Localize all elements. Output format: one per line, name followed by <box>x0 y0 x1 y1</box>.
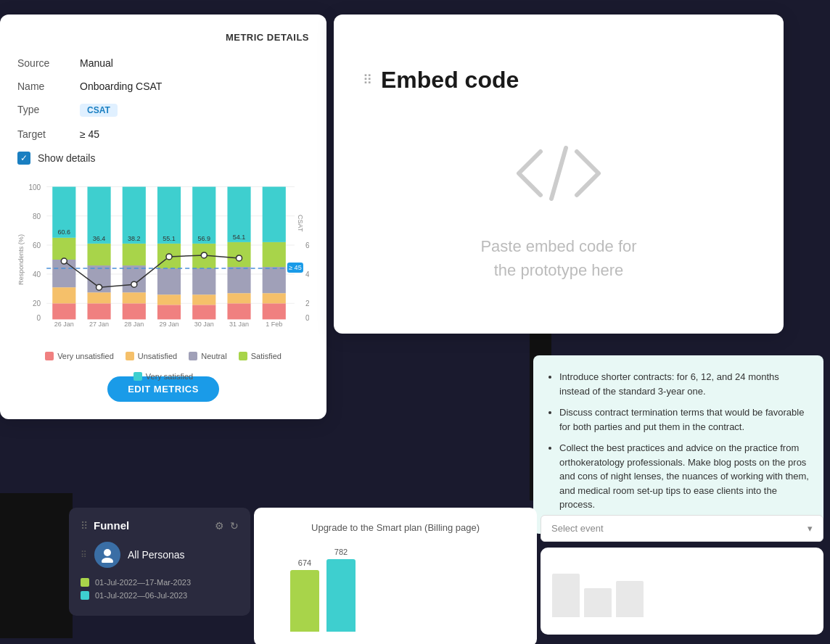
svg-text:0: 0 <box>305 314 309 322</box>
metric-details-title: METRIC DETAILS <box>17 32 309 43</box>
legend-label-very-satisfied: Very satisfied <box>146 372 193 381</box>
persona-drag-icon[interactable]: ⠿ <box>81 550 87 560</box>
type-badge: CSAT <box>80 104 118 117</box>
funnel-card: ⠿ Funnel ⚙ ↻ ⠿ All Personas 01-Jul-2022—… <box>69 508 250 616</box>
mini-bar-2 <box>584 588 612 617</box>
legend-label-satisfied: Satisfied <box>251 352 282 360</box>
billing-bar-group-2: 782 <box>326 548 356 632</box>
svg-text:28 Jan: 28 Jan <box>124 321 144 328</box>
svg-text:40: 40 <box>33 271 41 278</box>
legend-very-satisfied: Very satisfied <box>133 372 193 381</box>
show-details-row[interactable]: Show details <box>17 152 309 165</box>
funnel-header: ⠿ Funnel ⚙ ↻ <box>81 519 239 532</box>
svg-text:100: 100 <box>28 183 41 191</box>
billing-bar-2 <box>326 559 356 632</box>
svg-rect-21 <box>87 303 110 319</box>
svg-text:40: 40 <box>305 271 309 278</box>
svg-line-74 <box>551 148 566 199</box>
drag-handle-icon[interactable]: ⠿ <box>363 72 372 88</box>
bullet-list-card: Introduce shorter contracts: for 6, 12, … <box>533 355 823 534</box>
funnel-controls: ⚙ ↻ <box>215 520 239 532</box>
billing-card: Upgrade to the Smart plan (Billing page)… <box>254 508 537 644</box>
svg-rect-24 <box>87 244 110 265</box>
funnel-legend-item-1: 01-Jul-2022—17-Mar-2023 <box>81 578 239 587</box>
funnel-legend-label-2: 01-Jul-2022—06-Jul-2023 <box>95 591 187 600</box>
target-row: Target ≥ 45 <box>17 128 309 140</box>
funnel-legend: 01-Jul-2022—17-Mar-2023 01-Jul-2022—06-J… <box>81 578 239 600</box>
bullet-item-3: Collect the best practices and advice on… <box>559 441 809 512</box>
svg-rect-35 <box>157 268 181 294</box>
mini-chart-bars <box>552 559 812 617</box>
bullet-list: Introduce shorter contracts: for 6, 12, … <box>548 370 809 512</box>
show-details-checkbox[interactable] <box>17 152 30 165</box>
funnel-legend-label-1: 01-Jul-2022—17-Mar-2023 <box>95 578 191 587</box>
legend-dot-neutral <box>189 352 197 360</box>
svg-point-60 <box>96 284 102 290</box>
svg-text:≥ 45: ≥ 45 <box>289 264 302 271</box>
mini-bar-1 <box>552 574 580 617</box>
name-row: Name Onboarding CSAT <box>17 80 309 92</box>
funnel-legend-dot-1 <box>81 578 89 587</box>
billing-title: Upgrade to the Smart plan (Billing page) <box>268 522 522 533</box>
source-value: Manual <box>80 57 113 69</box>
persona-avatar <box>94 542 120 568</box>
svg-rect-55 <box>263 187 286 242</box>
name-label: Name <box>17 80 68 92</box>
persona-name: All Personas <box>128 549 185 561</box>
legend-label-very-unsatisfied: Very unsatisfied <box>57 352 114 360</box>
source-label: Source <box>17 57 68 69</box>
billing-bars: 674 782 <box>268 545 522 632</box>
mini-chart-area <box>541 548 823 635</box>
svg-text:60.6: 60.6 <box>58 228 71 236</box>
svg-text:30 Jan: 30 Jan <box>194 321 214 328</box>
type-label: Type <box>17 104 68 115</box>
svg-text:54.1: 54.1 <box>233 234 246 241</box>
settings-icon[interactable]: ⚙ <box>215 520 224 532</box>
bar-chart: 100 80 60 40 20 0 60 40 20 0 60.6 <box>17 176 309 343</box>
svg-rect-22 <box>87 292 110 303</box>
funnel-title: Funnel <box>94 519 209 532</box>
svg-text:60: 60 <box>305 242 309 249</box>
legend-label-neutral: Neutral <box>201 352 226 360</box>
svg-rect-47 <box>227 267 250 293</box>
svg-rect-39 <box>192 305 215 319</box>
svg-point-62 <box>166 254 172 260</box>
bullet-item-1: Introduce shorter contracts: for 6, 12, … <box>559 370 809 398</box>
svg-text:56.9: 56.9 <box>197 235 210 242</box>
embed-title: Embed code <box>381 67 519 94</box>
type-row: Type CSAT <box>17 104 309 117</box>
svg-point-75 <box>104 549 111 556</box>
bullet-item-2: Discuss contract termination terms that … <box>559 405 809 434</box>
svg-text:60: 60 <box>33 242 41 249</box>
persona-row: ⠿ All Personas <box>81 542 239 568</box>
legend-dot-very-satisfied <box>133 372 142 381</box>
embed-card-header: ⠿ Embed code <box>363 67 519 94</box>
target-label: Target <box>17 128 68 140</box>
svg-text:38.2: 38.2 <box>128 235 141 242</box>
legend-dot-unsatisfied <box>126 352 134 360</box>
funnel-legend-item-2: 01-Jul-2022—06-Jul-2023 <box>81 591 239 600</box>
embed-card: ⠿ Embed code Paste embed code forthe pro… <box>334 15 784 334</box>
svg-rect-45 <box>227 303 250 319</box>
svg-rect-41 <box>192 268 215 294</box>
billing-bar-value-1: 674 <box>298 558 311 567</box>
svg-rect-15 <box>52 303 75 319</box>
refresh-icon[interactable]: ↻ <box>230 520 239 532</box>
svg-point-59 <box>61 258 67 264</box>
dark-overlay-left <box>0 493 73 638</box>
svg-text:31 Jan: 31 Jan <box>229 321 249 328</box>
billing-bar-1 <box>290 570 319 632</box>
svg-rect-16 <box>52 287 75 303</box>
billing-bar-group-1: 674 <box>290 558 319 632</box>
svg-rect-54 <box>263 242 286 267</box>
svg-point-64 <box>237 255 242 261</box>
target-value: ≥ 45 <box>80 128 99 140</box>
code-bracket-icon <box>508 137 609 212</box>
funnel-drag-icon[interactable]: ⠿ <box>81 520 88 532</box>
event-select-dropdown[interactable]: Select event ▾ <box>541 515 823 542</box>
svg-rect-29 <box>123 265 146 292</box>
svg-text:CSAT: CSAT <box>297 215 304 232</box>
svg-text:26 Jan: 26 Jan <box>54 321 74 328</box>
legend-label-unsatisfied: Unsatisfied <box>138 352 177 360</box>
billing-bar-value-2: 782 <box>334 548 348 556</box>
